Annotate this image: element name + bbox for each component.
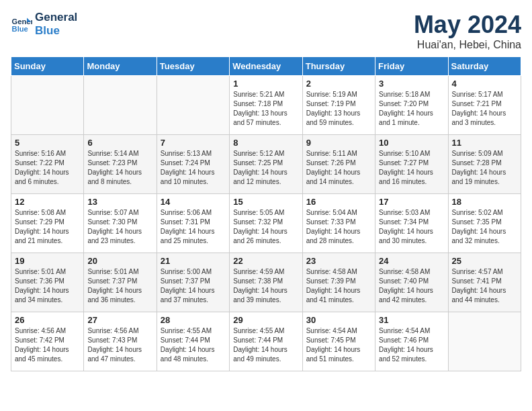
day-cell: 26Sunrise: 4:56 AM Sunset: 7:42 PM Dayli… bbox=[11, 312, 84, 371]
day-cell bbox=[157, 76, 229, 135]
day-cell: 15Sunrise: 5:05 AM Sunset: 7:32 PM Dayli… bbox=[230, 194, 302, 253]
day-info: Sunrise: 5:16 AM Sunset: 7:22 PM Dayligh… bbox=[15, 149, 80, 187]
day-number: 23 bbox=[306, 256, 371, 266]
day-info: Sunrise: 5:04 AM Sunset: 7:33 PM Dayligh… bbox=[306, 208, 371, 246]
day-cell: 18Sunrise: 5:02 AM Sunset: 7:35 PM Dayli… bbox=[448, 194, 521, 253]
day-cell bbox=[11, 76, 84, 135]
day-cell: 29Sunrise: 4:55 AM Sunset: 7:44 PM Dayli… bbox=[230, 312, 302, 371]
week-row-0: 1Sunrise: 5:21 AM Sunset: 7:18 PM Daylig… bbox=[11, 76, 521, 135]
header-cell-monday: Monday bbox=[84, 57, 157, 76]
day-number: 10 bbox=[379, 138, 444, 148]
day-number: 4 bbox=[452, 79, 517, 89]
day-number: 17 bbox=[379, 197, 444, 207]
header-cell-saturday: Saturday bbox=[448, 57, 521, 76]
day-info: Sunrise: 4:57 AM Sunset: 7:41 PM Dayligh… bbox=[452, 267, 517, 305]
day-info: Sunrise: 5:10 AM Sunset: 7:27 PM Dayligh… bbox=[379, 149, 444, 187]
day-info: Sunrise: 5:11 AM Sunset: 7:26 PM Dayligh… bbox=[306, 149, 371, 187]
day-number: 7 bbox=[161, 138, 226, 148]
day-info: Sunrise: 4:56 AM Sunset: 7:42 PM Dayligh… bbox=[15, 326, 80, 364]
day-cell: 5Sunrise: 5:16 AM Sunset: 7:22 PM Daylig… bbox=[11, 135, 84, 194]
day-info: Sunrise: 5:12 AM Sunset: 7:25 PM Dayligh… bbox=[233, 149, 298, 187]
day-cell: 6Sunrise: 5:14 AM Sunset: 7:23 PM Daylig… bbox=[84, 135, 157, 194]
day-cell: 30Sunrise: 4:54 AM Sunset: 7:45 PM Dayli… bbox=[302, 312, 375, 371]
day-number: 21 bbox=[161, 256, 226, 266]
day-cell: 23Sunrise: 4:58 AM Sunset: 7:39 PM Dayli… bbox=[302, 253, 375, 312]
day-info: Sunrise: 5:05 AM Sunset: 7:32 PM Dayligh… bbox=[233, 208, 298, 246]
week-row-2: 12Sunrise: 5:08 AM Sunset: 7:29 PM Dayli… bbox=[11, 194, 521, 253]
day-cell: 3Sunrise: 5:18 AM Sunset: 7:20 PM Daylig… bbox=[375, 76, 448, 135]
day-cell bbox=[84, 76, 157, 135]
day-info: Sunrise: 4:58 AM Sunset: 7:40 PM Dayligh… bbox=[379, 267, 444, 305]
day-info: Sunrise: 4:55 AM Sunset: 7:44 PM Dayligh… bbox=[233, 326, 298, 364]
day-info: Sunrise: 5:00 AM Sunset: 7:37 PM Dayligh… bbox=[161, 267, 226, 305]
day-number: 27 bbox=[87, 315, 152, 325]
day-info: Sunrise: 5:01 AM Sunset: 7:36 PM Dayligh… bbox=[15, 267, 80, 305]
day-cell: 31Sunrise: 4:54 AM Sunset: 7:46 PM Dayli… bbox=[375, 312, 448, 371]
day-cell: 16Sunrise: 5:04 AM Sunset: 7:33 PM Dayli… bbox=[302, 194, 375, 253]
day-info: Sunrise: 5:07 AM Sunset: 7:30 PM Dayligh… bbox=[87, 208, 152, 246]
week-row-3: 19Sunrise: 5:01 AM Sunset: 7:36 PM Dayli… bbox=[11, 253, 521, 312]
day-cell: 19Sunrise: 5:01 AM Sunset: 7:36 PM Dayli… bbox=[11, 253, 84, 312]
day-number: 6 bbox=[87, 138, 152, 148]
day-info: Sunrise: 5:13 AM Sunset: 7:24 PM Dayligh… bbox=[161, 149, 226, 187]
day-cell: 1Sunrise: 5:21 AM Sunset: 7:18 PM Daylig… bbox=[230, 76, 302, 135]
day-number: 12 bbox=[15, 197, 80, 207]
day-info: Sunrise: 5:14 AM Sunset: 7:23 PM Dayligh… bbox=[87, 149, 152, 187]
day-cell: 17Sunrise: 5:03 AM Sunset: 7:34 PM Dayli… bbox=[375, 194, 448, 253]
header-cell-friday: Friday bbox=[375, 57, 448, 76]
calendar-body: 1Sunrise: 5:21 AM Sunset: 7:18 PM Daylig… bbox=[11, 76, 521, 371]
day-number: 25 bbox=[452, 256, 517, 266]
day-number: 19 bbox=[15, 256, 80, 266]
day-cell: 13Sunrise: 5:07 AM Sunset: 7:30 PM Dayli… bbox=[84, 194, 157, 253]
day-cell bbox=[448, 312, 521, 371]
calendar-table: SundayMondayTuesdayWednesdayThursdayFrid… bbox=[11, 56, 521, 371]
day-number: 1 bbox=[233, 79, 298, 89]
header-row: SundayMondayTuesdayWednesdayThursdayFrid… bbox=[11, 57, 521, 76]
page-header: General Blue General Blue May 2024 Huai'… bbox=[11, 11, 521, 51]
day-number: 3 bbox=[379, 79, 444, 89]
day-cell: 9Sunrise: 5:11 AM Sunset: 7:26 PM Daylig… bbox=[302, 135, 375, 194]
day-info: Sunrise: 5:21 AM Sunset: 7:18 PM Dayligh… bbox=[233, 90, 298, 128]
day-info: Sunrise: 4:54 AM Sunset: 7:45 PM Dayligh… bbox=[306, 326, 371, 364]
day-info: Sunrise: 5:17 AM Sunset: 7:21 PM Dayligh… bbox=[452, 90, 517, 128]
day-cell: 21Sunrise: 5:00 AM Sunset: 7:37 PM Dayli… bbox=[157, 253, 229, 312]
logo: General Blue General Blue bbox=[11, 11, 77, 38]
day-cell: 10Sunrise: 5:10 AM Sunset: 7:27 PM Dayli… bbox=[375, 135, 448, 194]
day-info: Sunrise: 5:02 AM Sunset: 7:35 PM Dayligh… bbox=[452, 208, 517, 246]
header-cell-tuesday: Tuesday bbox=[157, 57, 229, 76]
day-number: 28 bbox=[161, 315, 226, 325]
header-cell-sunday: Sunday bbox=[11, 57, 84, 76]
day-number: 16 bbox=[306, 197, 371, 207]
day-info: Sunrise: 4:55 AM Sunset: 7:44 PM Dayligh… bbox=[161, 326, 226, 364]
day-number: 20 bbox=[87, 256, 152, 266]
day-info: Sunrise: 5:06 AM Sunset: 7:31 PM Dayligh… bbox=[161, 208, 226, 246]
header-cell-thursday: Thursday bbox=[302, 57, 375, 76]
day-number: 8 bbox=[233, 138, 298, 148]
day-number: 13 bbox=[87, 197, 152, 207]
day-info: Sunrise: 5:03 AM Sunset: 7:34 PM Dayligh… bbox=[379, 208, 444, 246]
day-number: 31 bbox=[379, 315, 444, 325]
day-cell: 20Sunrise: 5:01 AM Sunset: 7:37 PM Dayli… bbox=[84, 253, 157, 312]
day-info: Sunrise: 5:08 AM Sunset: 7:29 PM Dayligh… bbox=[15, 208, 80, 246]
day-cell: 11Sunrise: 5:09 AM Sunset: 7:28 PM Dayli… bbox=[448, 135, 521, 194]
day-cell: 25Sunrise: 4:57 AM Sunset: 7:41 PM Dayli… bbox=[448, 253, 521, 312]
day-number: 14 bbox=[161, 197, 226, 207]
day-info: Sunrise: 4:59 AM Sunset: 7:38 PM Dayligh… bbox=[233, 267, 298, 305]
day-number: 29 bbox=[233, 315, 298, 325]
day-cell: 8Sunrise: 5:12 AM Sunset: 7:25 PM Daylig… bbox=[230, 135, 302, 194]
day-number: 11 bbox=[452, 138, 517, 148]
day-number: 22 bbox=[233, 256, 298, 266]
week-row-1: 5Sunrise: 5:16 AM Sunset: 7:22 PM Daylig… bbox=[11, 135, 521, 194]
day-cell: 22Sunrise: 4:59 AM Sunset: 7:38 PM Dayli… bbox=[230, 253, 302, 312]
day-info: Sunrise: 4:54 AM Sunset: 7:46 PM Dayligh… bbox=[379, 326, 444, 364]
svg-text:Blue: Blue bbox=[12, 26, 28, 34]
day-number: 24 bbox=[379, 256, 444, 266]
logo-icon: General Blue bbox=[11, 13, 32, 35]
day-cell: 24Sunrise: 4:58 AM Sunset: 7:40 PM Dayli… bbox=[375, 253, 448, 312]
day-info: Sunrise: 5:01 AM Sunset: 7:37 PM Dayligh… bbox=[87, 267, 152, 305]
day-info: Sunrise: 5:18 AM Sunset: 7:20 PM Dayligh… bbox=[379, 90, 444, 128]
day-number: 18 bbox=[452, 197, 517, 207]
logo-general: General bbox=[35, 11, 77, 24]
day-number: 5 bbox=[15, 138, 80, 148]
title-block: May 2024 Huai'an, Hebei, China bbox=[414, 11, 521, 51]
